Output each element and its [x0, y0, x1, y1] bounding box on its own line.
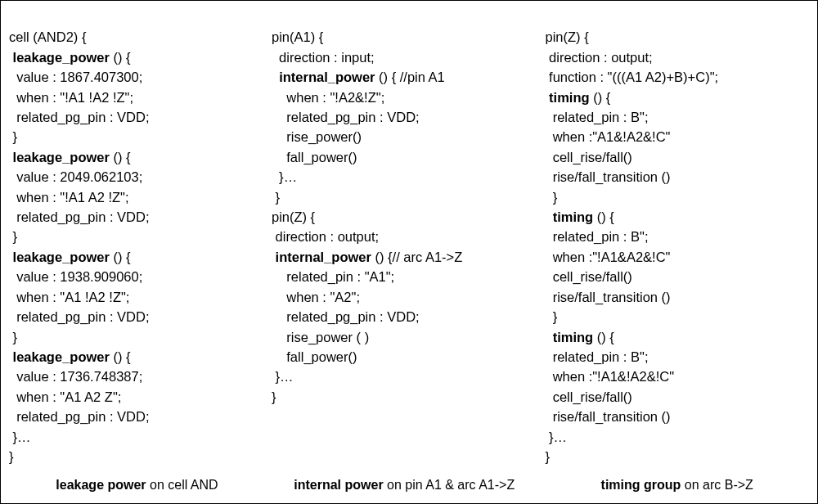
- code-line-bold: timing: [549, 90, 590, 105]
- code-line: () { //pin A1: [375, 70, 445, 84]
- code-columns: cell (AND2) { leakage_power () { value :…: [9, 7, 809, 498]
- caption-leakage: leakage power on cell AND: [9, 475, 265, 498]
- code-line: when :"!A1&A2&!C": [545, 250, 670, 264]
- caption-internal: internal power on pin A1 & arc A1->Z: [272, 475, 537, 498]
- code-line: }: [9, 449, 14, 464]
- code-block-internal: pin(A1) { direction : input; internal_po…: [272, 7, 537, 407]
- code-line: }: [545, 309, 557, 324]
- code-line: cell_rise/fall(): [545, 150, 631, 164]
- code-line: rise_power ( ): [272, 330, 369, 344]
- column-leakage: cell (AND2) { leakage_power () { value :…: [9, 7, 265, 498]
- code-line: () {: [110, 349, 131, 364]
- code-line: cell_rise/fall(): [545, 389, 631, 404]
- code-line-bold: timing: [553, 209, 594, 224]
- code-line: when : "A2";: [272, 290, 360, 304]
- code-line: }: [272, 389, 276, 404]
- code-line: related_pin : "A1";: [272, 269, 394, 284]
- code-line: when : "!A2&!Z";: [272, 90, 384, 105]
- code-line: when : "A1 A2 Z";: [9, 389, 121, 404]
- code-line-bold: timing: [553, 330, 594, 344]
- code-line: () {: [110, 250, 131, 264]
- code-line: when : "A1 !A2 !Z";: [9, 290, 129, 304]
- code-line: () {: [590, 90, 611, 105]
- code-line: [545, 209, 552, 224]
- code-line: related_pg_pin : VDD;: [272, 309, 420, 324]
- code-line: fall_power(): [272, 349, 357, 364]
- code-line: related_pg_pin : VDD;: [9, 209, 150, 224]
- code-line: related_pg_pin : VDD;: [9, 309, 150, 324]
- code-line-bold: leakage_power: [9, 349, 110, 364]
- code-line: related_pg_pin : VDD;: [9, 409, 150, 424]
- caption-bold: internal power: [294, 478, 383, 492]
- code-line: cell_rise/fall(): [545, 269, 631, 284]
- code-line: rise/fall_transition (): [545, 409, 670, 424]
- code-block-leakage: cell (AND2) { leakage_power () { value :…: [9, 7, 265, 466]
- code-line: related_pg_pin : VDD;: [9, 110, 150, 124]
- code-line: related_pin : B";: [545, 349, 648, 364]
- code-line: () {: [593, 209, 614, 224]
- code-line: () {: [110, 50, 131, 65]
- code-line: }: [545, 190, 557, 205]
- code-line: rise_power(): [272, 129, 362, 144]
- code-line: pin(A1) {: [272, 29, 323, 44]
- code-line: pin(Z) {: [545, 29, 588, 44]
- code-block-timing: pin(Z) { direction : output; function : …: [545, 7, 809, 466]
- code-line: function : "(((A1 A2)+B)+C)";: [545, 70, 718, 84]
- column-timing: pin(Z) { direction : output; function : …: [537, 7, 809, 498]
- code-line: value : 1938.909060;: [9, 269, 142, 284]
- column-internal: pin(A1) { direction : input; internal_po…: [265, 7, 537, 498]
- code-line: () {: [110, 150, 131, 164]
- code-line-bold: leakage_power: [9, 250, 110, 264]
- code-line: [545, 330, 552, 344]
- caption-rest: on pin A1 & arc A1->Z: [384, 478, 515, 492]
- code-line-bold: internal_power: [276, 250, 371, 264]
- code-line: when :"!A1&!A2&!C": [545, 369, 674, 384]
- code-line: }: [9, 330, 17, 344]
- code-line: }…: [272, 169, 297, 184]
- code-line-bold: leakage_power: [9, 50, 110, 65]
- code-line: }…: [545, 430, 567, 444]
- code-line: when :"A1&!A2&!C": [545, 129, 670, 144]
- caption-bold: timing group: [601, 478, 681, 492]
- code-line: }: [272, 190, 280, 205]
- code-line: rise/fall_transition (): [545, 290, 670, 304]
- code-line: }: [545, 449, 550, 464]
- code-line: related_pin : B";: [545, 110, 648, 124]
- code-line: value : 2049.062103;: [9, 169, 142, 184]
- code-line: () {// arc A1->Z: [371, 250, 462, 264]
- code-line: related_pg_pin : VDD;: [272, 110, 420, 124]
- code-line: value : 1736.748387;: [9, 369, 142, 384]
- code-line: cell (AND2) {: [9, 29, 86, 44]
- code-line: }…: [9, 430, 31, 444]
- caption-rest: on cell AND: [146, 478, 218, 492]
- code-line: rise/fall_transition (): [545, 169, 670, 184]
- caption-timing: timing group on arc B->Z: [545, 475, 809, 498]
- caption-rest: on arc B->Z: [681, 478, 753, 492]
- code-line: direction : input;: [272, 50, 375, 65]
- code-line: }…: [272, 369, 294, 384]
- code-line: when : "!A1 A2 !Z";: [9, 190, 129, 205]
- code-line: pin(Z) {: [272, 209, 315, 224]
- code-line: direction : output;: [545, 50, 652, 65]
- code-line: related_pin : B";: [545, 229, 648, 244]
- code-line: [272, 70, 279, 84]
- code-line-bold: internal_power: [279, 70, 375, 84]
- code-line: fall_power(): [272, 150, 357, 164]
- code-line: value : 1867.407300;: [9, 70, 142, 84]
- code-line: when : "!A1 !A2 !Z";: [9, 90, 133, 105]
- code-line: direction : output;: [272, 229, 379, 244]
- code-line: () {: [593, 330, 614, 344]
- code-line: }: [9, 229, 17, 244]
- code-line-bold: leakage_power: [9, 150, 110, 164]
- caption-bold: leakage power: [56, 478, 146, 492]
- code-line: }: [9, 129, 17, 144]
